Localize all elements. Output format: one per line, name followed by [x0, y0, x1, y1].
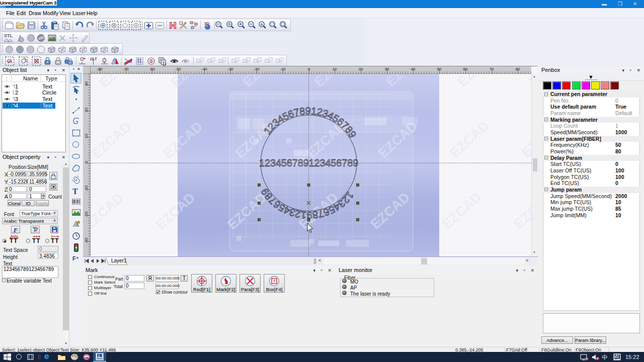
- svg-text:8: 8: [312, 209, 319, 221]
- svg-text:A: A: [261, 23, 263, 26]
- svg-text:8: 8: [299, 105, 306, 117]
- svg-text:STL: STL: [4, 33, 13, 38]
- svg-text:123456789123456789: 123456789123456789: [259, 157, 358, 168]
- svg-text:9: 9: [305, 105, 311, 116]
